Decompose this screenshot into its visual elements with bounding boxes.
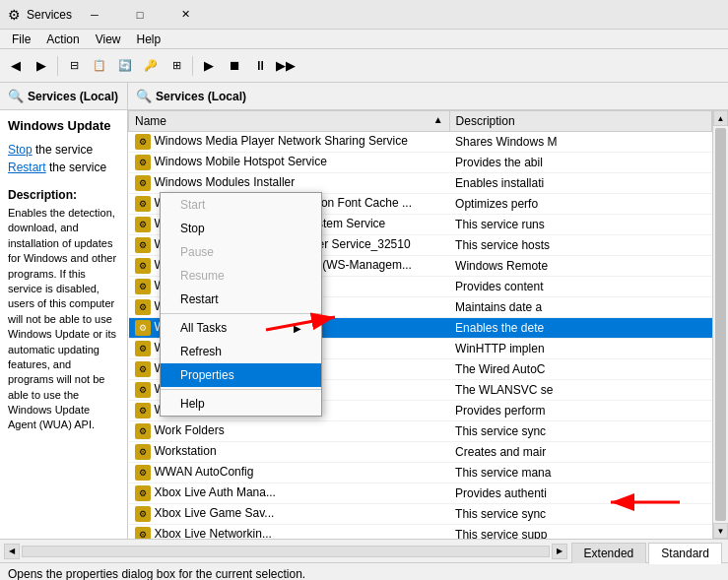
left-panel-header: 🔍 Services (Local): [0, 83, 127, 110]
service-desc-cell: This service runs: [449, 215, 711, 235]
context-menu-item-help[interactable]: Help: [161, 392, 321, 416]
bottom-tabs: Extended Standard: [571, 540, 724, 563]
toolbar-btn-3[interactable]: 🔄: [113, 54, 137, 78]
service-desc-cell: The Wired AutoC: [449, 359, 711, 380]
service-desc-cell: Optimizes perfo: [449, 194, 711, 215]
table-row[interactable]: ⚙Xbox Live Networkin... This service sup…: [129, 525, 712, 540]
context-menu-item-resume: Resume: [161, 264, 321, 288]
resume-button[interactable]: ▶▶: [274, 54, 298, 78]
service-desc-cell: Enables installati: [449, 173, 711, 194]
service-name-cell: ⚙Windows Media Player Network Sharing Se…: [129, 132, 450, 153]
scroll-down-button[interactable]: ▼: [713, 523, 728, 539]
service-name-cell: ⚙Windows Mobile Hotspot Service: [129, 153, 450, 173]
maximize-button[interactable]: □: [117, 0, 163, 30]
table-row[interactable]: ⚙Windows Modules Installer Enables insta…: [129, 173, 712, 194]
tab-extended[interactable]: Extended: [571, 543, 647, 563]
title-icon: ⚙: [8, 7, 21, 23]
stop-text: the service: [35, 143, 93, 157]
right-panel-title: Services (Local): [156, 90, 246, 103]
description-header: Description:: [8, 188, 119, 202]
left-panel: 🔍 Services (Local) Windows Update Stop t…: [0, 83, 128, 539]
toolbar-btn-1[interactable]: ⊟: [62, 54, 86, 78]
service-name-cell: ⚙WWAN AutoConfig: [129, 463, 450, 483]
service-name-cell: ⚙Work Folders: [129, 421, 450, 442]
play-button[interactable]: ▶: [197, 54, 221, 78]
tab-standard[interactable]: Standard: [648, 543, 722, 564]
context-menu-separator: [161, 389, 321, 390]
service-desc-cell: Provides content: [449, 277, 711, 297]
stop-link[interactable]: Stop: [8, 143, 33, 157]
service-desc-cell: This service sync: [449, 421, 711, 442]
close-button[interactable]: ✕: [163, 0, 208, 30]
service-name-cell: ⚙Workstation: [129, 442, 450, 463]
window-controls: ─ □ ✕: [72, 0, 208, 30]
bottom-scrollbar-area: ◀ ▶ Extended Standard: [0, 539, 728, 562]
scroll-right-button[interactable]: ▶: [552, 544, 567, 559]
scroll-up-button[interactable]: ▲: [713, 110, 728, 126]
context-menu-item-properties[interactable]: Properties: [161, 363, 321, 387]
restart-link[interactable]: Restart: [8, 161, 46, 174]
menu-help[interactable]: Help: [129, 31, 169, 48]
menu-view[interactable]: View: [88, 31, 129, 48]
service-desc-cell: This service hosts: [449, 235, 711, 256]
forward-button[interactable]: ▶: [30, 54, 53, 78]
context-menu-item-pause: Pause: [161, 240, 321, 264]
service-name: Windows Update: [8, 118, 119, 133]
back-button[interactable]: ◀: [4, 54, 28, 78]
submenu-arrow-icon: ▶: [294, 323, 301, 334]
context-menu-separator: [161, 313, 321, 314]
scroll-left-button[interactable]: ◀: [4, 544, 20, 559]
context-menu-label: Resume: [180, 269, 225, 283]
right-panel-header: 🔍 Services (Local): [128, 83, 728, 110]
context-menu-item-start: Start: [161, 193, 321, 217]
service-name-cell: ⚙Xbox Live Auth Mana...: [129, 483, 450, 504]
stop-button[interactable]: ⏹: [223, 54, 246, 78]
menu-file[interactable]: File: [4, 31, 38, 48]
toolbar-btn-5[interactable]: ⊞: [165, 54, 188, 78]
context-menu-item-restart[interactable]: Restart: [161, 288, 321, 311]
table-row[interactable]: ⚙Workstation Creates and mair: [129, 442, 712, 463]
table-row[interactable]: ⚙WWAN AutoConfig This service mana: [129, 463, 712, 483]
context-menu-item-stop[interactable]: Stop: [161, 217, 321, 240]
table-row[interactable]: ⚙Windows Mobile Hotspot Service Provides…: [129, 153, 712, 173]
service-desc-cell: Creates and mair: [449, 442, 711, 463]
context-menu-label: Pause: [180, 245, 214, 259]
context-menu-item-refresh[interactable]: Refresh: [161, 340, 321, 363]
service-desc-cell: The WLANSVC se: [449, 380, 711, 401]
toolbar-separator-2: [192, 56, 193, 76]
service-desc-cell: Shares Windows M: [449, 132, 711, 153]
service-name-cell: ⚙Xbox Live Networkin...: [129, 525, 450, 540]
table-row[interactable]: ⚙Windows Media Player Network Sharing Se…: [129, 132, 712, 153]
status-text: Opens the properties dialog box for the …: [8, 567, 305, 581]
toolbar-btn-4[interactable]: 🔑: [139, 54, 163, 78]
title-text: Services: [27, 8, 72, 22]
service-desc-cell: Enables the dete: [449, 318, 711, 339]
status-bar: Opens the properties dialog box for the …: [0, 562, 728, 580]
table-row[interactable]: ⚙Xbox Live Game Sav... This service sync: [129, 504, 712, 525]
service-name-cell: ⚙Windows Modules Installer: [129, 173, 450, 194]
service-desc-cell: Windows Remote: [449, 256, 711, 277]
context-menu-item-all-tasks[interactable]: All Tasks▶: [161, 316, 321, 340]
service-desc-cell: This service sync: [449, 504, 711, 525]
context-menu-label: Stop: [180, 222, 205, 235]
service-desc-cell: Provides the abil: [449, 153, 711, 173]
minimize-button[interactable]: ─: [72, 0, 117, 30]
scroll-thumb[interactable]: [715, 128, 726, 521]
service-desc-cell: Provides authenti: [449, 483, 711, 504]
table-row[interactable]: ⚙Xbox Live Auth Mana... Provides authent…: [129, 483, 712, 504]
context-menu-label: Refresh: [180, 345, 222, 358]
service-desc-cell: Maintains date a: [449, 297, 711, 318]
context-menu-label: Properties: [180, 368, 234, 382]
left-panel-content: Windows Update Stop the service Restart …: [0, 110, 127, 441]
horizontal-scrollbar[interactable]: [22, 546, 550, 557]
col-name: Name ▲: [129, 111, 450, 132]
service-desc-cell: This service supp: [449, 525, 711, 540]
scrollbar-vertical[interactable]: ▲ ▼: [712, 110, 728, 539]
left-panel-title: Services (Local): [28, 90, 118, 103]
table-row[interactable]: ⚙Work Folders This service sync: [129, 421, 712, 442]
menu-action[interactable]: Action: [38, 31, 87, 48]
context-menu-label: Restart: [180, 292, 219, 306]
pause-button[interactable]: ⏸: [248, 54, 272, 78]
toolbar-btn-2[interactable]: 📋: [88, 54, 111, 78]
context-menu-label: All Tasks: [180, 321, 227, 335]
